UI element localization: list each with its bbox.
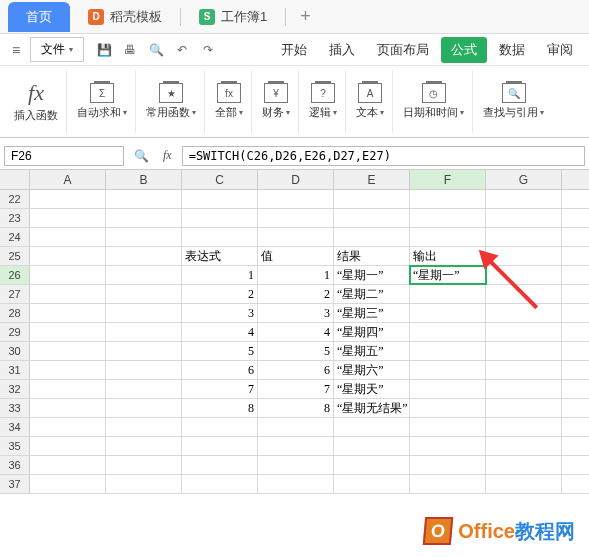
cell-E28[interactable]: “星期三”	[334, 304, 410, 322]
cell-D37[interactable]	[258, 475, 334, 493]
cell-F30[interactable]	[410, 342, 486, 360]
cell-E31[interactable]: “星期六”	[334, 361, 410, 379]
cell-B30[interactable]	[106, 342, 182, 360]
cell-A29[interactable]	[30, 323, 106, 341]
cell-A30[interactable]	[30, 342, 106, 360]
col-header-C[interactable]: C	[182, 170, 258, 189]
file-menu[interactable]: 文件▾	[30, 37, 84, 62]
cell-G23[interactable]	[486, 209, 562, 227]
cell-A33[interactable]	[30, 399, 106, 417]
cell-B37[interactable]	[106, 475, 182, 493]
ribbon-finance[interactable]: ¥ 财务▾	[254, 70, 299, 133]
cell-B31[interactable]	[106, 361, 182, 379]
cell-C26[interactable]: 1	[182, 266, 258, 284]
select-all-corner[interactable]	[0, 170, 30, 189]
row-header[interactable]: 34	[0, 418, 30, 436]
cell-C30[interactable]: 5	[182, 342, 258, 360]
cell-F22[interactable]	[410, 190, 486, 208]
ribbon-all[interactable]: fx 全部▾	[207, 70, 252, 133]
cell-E29[interactable]: “星期四”	[334, 323, 410, 341]
tab-home[interactable]: 首页	[8, 2, 70, 32]
cell-C23[interactable]	[182, 209, 258, 227]
cell-A25[interactable]	[30, 247, 106, 265]
cell-A22[interactable]	[30, 190, 106, 208]
cell-E37[interactable]	[334, 475, 410, 493]
cell-B28[interactable]	[106, 304, 182, 322]
cell-F36[interactable]	[410, 456, 486, 474]
row-header[interactable]: 30	[0, 342, 30, 360]
print-icon[interactable]: 🖶	[122, 42, 138, 58]
ribbon-common[interactable]: ★ 常用函数▾	[138, 70, 205, 133]
cell-A26[interactable]	[30, 266, 106, 284]
cell-A27[interactable]	[30, 285, 106, 303]
ribbon-datetime[interactable]: ◷ 日期和时间▾	[395, 70, 473, 133]
cell-B22[interactable]	[106, 190, 182, 208]
row-header[interactable]: 24	[0, 228, 30, 246]
cell-A31[interactable]	[30, 361, 106, 379]
cell-F23[interactable]	[410, 209, 486, 227]
cell-C25[interactable]: 表达式	[182, 247, 258, 265]
col-header-D[interactable]: D	[258, 170, 334, 189]
cell-E26[interactable]: “星期一”	[334, 266, 410, 284]
hamburger-icon[interactable]: ≡	[6, 42, 26, 58]
cell-B29[interactable]	[106, 323, 182, 341]
cell-A23[interactable]	[30, 209, 106, 227]
row-header[interactable]: 26	[0, 266, 30, 284]
cell-B24[interactable]	[106, 228, 182, 246]
cell-E24[interactable]	[334, 228, 410, 246]
cell-A28[interactable]	[30, 304, 106, 322]
tab-template[interactable]: D稻壳模板	[70, 2, 180, 32]
menu-formula[interactable]: 公式	[441, 37, 487, 63]
cell-F33[interactable]	[410, 399, 486, 417]
cell-G31[interactable]	[486, 361, 562, 379]
cell-B32[interactable]	[106, 380, 182, 398]
cell-G22[interactable]	[486, 190, 562, 208]
name-box[interactable]: F26	[4, 146, 124, 166]
cell-F37[interactable]	[410, 475, 486, 493]
menu-data[interactable]: 数据	[489, 37, 535, 63]
fx-label[interactable]: fx	[159, 148, 176, 163]
cell-E30[interactable]: “星期五”	[334, 342, 410, 360]
row-header[interactable]: 33	[0, 399, 30, 417]
cell-D22[interactable]	[258, 190, 334, 208]
tab-add[interactable]: +	[286, 6, 325, 27]
ribbon-text[interactable]: A 文本▾	[348, 70, 393, 133]
cell-G35[interactable]	[486, 437, 562, 455]
row-header[interactable]: 23	[0, 209, 30, 227]
col-header-A[interactable]: A	[30, 170, 106, 189]
row-header[interactable]: 31	[0, 361, 30, 379]
cell-G30[interactable]	[486, 342, 562, 360]
cell-C36[interactable]	[182, 456, 258, 474]
row-header[interactable]: 28	[0, 304, 30, 322]
cell-E35[interactable]	[334, 437, 410, 455]
search-icon[interactable]: 🔍	[130, 149, 153, 163]
ribbon-insert-function[interactable]: fx 插入函数	[6, 70, 67, 133]
col-header-E[interactable]: E	[334, 170, 410, 189]
tab-workbook[interactable]: S工作簿1	[181, 2, 285, 32]
cell-B33[interactable]	[106, 399, 182, 417]
cell-F32[interactable]	[410, 380, 486, 398]
cell-E36[interactable]	[334, 456, 410, 474]
cell-A37[interactable]	[30, 475, 106, 493]
preview-icon[interactable]: 🔍	[148, 42, 164, 58]
col-header-B[interactable]: B	[106, 170, 182, 189]
menu-start[interactable]: 开始	[271, 37, 317, 63]
cell-F31[interactable]	[410, 361, 486, 379]
ribbon-autosum[interactable]: Σ 自动求和▾	[69, 70, 136, 133]
cell-B27[interactable]	[106, 285, 182, 303]
cell-D27[interactable]: 2	[258, 285, 334, 303]
cell-D28[interactable]: 3	[258, 304, 334, 322]
cell-D32[interactable]: 7	[258, 380, 334, 398]
cell-A32[interactable]	[30, 380, 106, 398]
col-header-G[interactable]: G	[486, 170, 562, 189]
cell-A36[interactable]	[30, 456, 106, 474]
ribbon-logic[interactable]: ? 逻辑▾	[301, 70, 346, 133]
row-header[interactable]: 22	[0, 190, 30, 208]
cell-D34[interactable]	[258, 418, 334, 436]
col-header-F[interactable]: F	[410, 170, 486, 189]
cell-B25[interactable]	[106, 247, 182, 265]
cell-C22[interactable]	[182, 190, 258, 208]
cell-D29[interactable]: 4	[258, 323, 334, 341]
cell-C32[interactable]: 7	[182, 380, 258, 398]
cell-C37[interactable]	[182, 475, 258, 493]
